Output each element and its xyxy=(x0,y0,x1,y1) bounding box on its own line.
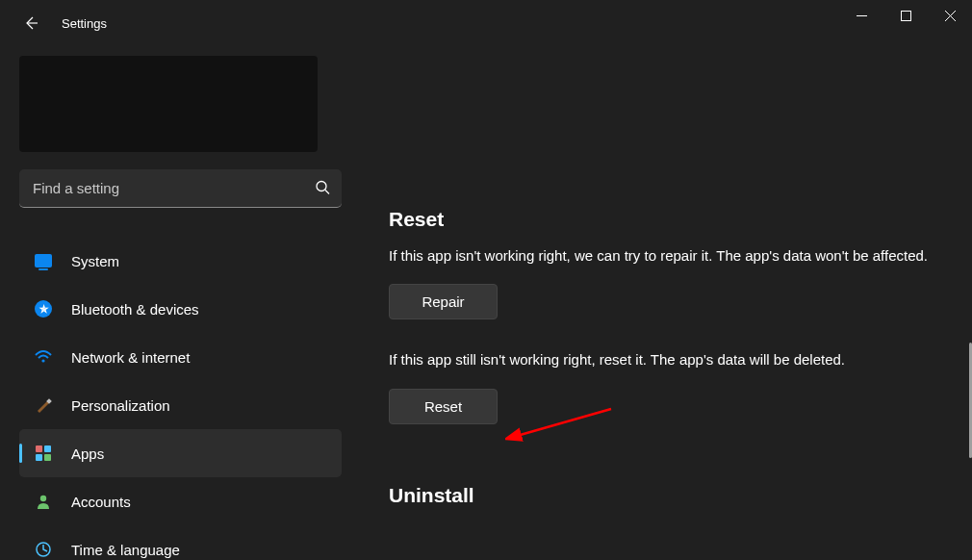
nav-label: System xyxy=(71,253,119,269)
repair-description: If this app isn't working right, we can … xyxy=(389,244,928,267)
reset-description: If this app still isn't working right, r… xyxy=(389,348,957,370)
close-button[interactable] xyxy=(928,0,972,31)
nav-label: Time & language xyxy=(71,542,180,558)
svg-point-8 xyxy=(40,496,46,501)
maximize-icon xyxy=(901,11,911,21)
reset-heading: Reset xyxy=(389,208,962,231)
nav-item-network[interactable]: Network & internet xyxy=(19,333,342,381)
sidebar: System ✯ Bluetooth & devices Network & i… xyxy=(0,46,356,560)
apps-icon xyxy=(33,443,54,464)
nav-item-time-language[interactable]: Time & language xyxy=(19,525,342,560)
globe-clock-icon xyxy=(33,539,54,560)
nav-list: System ✯ Bluetooth & devices Network & i… xyxy=(19,237,342,560)
title-bar: Settings xyxy=(0,0,972,46)
nav-item-apps[interactable]: Apps xyxy=(19,429,342,477)
nav-item-personalization[interactable]: Personalization xyxy=(19,381,342,429)
svg-point-6 xyxy=(41,359,44,362)
back-button[interactable] xyxy=(8,0,54,46)
maximize-button[interactable] xyxy=(883,0,928,31)
paintbrush-icon xyxy=(33,395,54,416)
nav-label: Network & internet xyxy=(71,349,190,366)
close-icon xyxy=(945,11,956,21)
uninstall-heading: Uninstall xyxy=(389,484,962,507)
back-arrow-icon xyxy=(23,15,38,31)
nav-item-system[interactable]: System xyxy=(19,237,342,285)
search-input[interactable] xyxy=(19,169,342,208)
person-icon xyxy=(33,491,54,512)
svg-rect-1 xyxy=(901,11,910,20)
search-field-wrap xyxy=(19,169,342,208)
minimize-icon xyxy=(857,11,867,21)
nav-label: Apps xyxy=(71,445,104,462)
profile-card xyxy=(19,56,318,152)
reset-button[interactable]: Reset xyxy=(389,389,498,424)
nav-item-accounts[interactable]: Accounts xyxy=(19,477,342,525)
wifi-icon xyxy=(33,346,54,368)
app-title: Settings xyxy=(62,16,107,31)
display-icon xyxy=(33,250,54,271)
minimize-button[interactable] xyxy=(839,0,883,31)
nav-label: Accounts xyxy=(71,494,131,510)
repair-button[interactable]: Repair xyxy=(389,284,498,319)
nav-item-bluetooth[interactable]: ✯ Bluetooth & devices xyxy=(19,285,342,333)
window-controls xyxy=(839,0,972,31)
nav-label: Personalization xyxy=(71,397,170,414)
main-content: Reset If this app isn't working right, w… xyxy=(389,46,962,560)
nav-label: Bluetooth & devices xyxy=(71,301,199,318)
bluetooth-icon: ✯ xyxy=(33,298,54,319)
